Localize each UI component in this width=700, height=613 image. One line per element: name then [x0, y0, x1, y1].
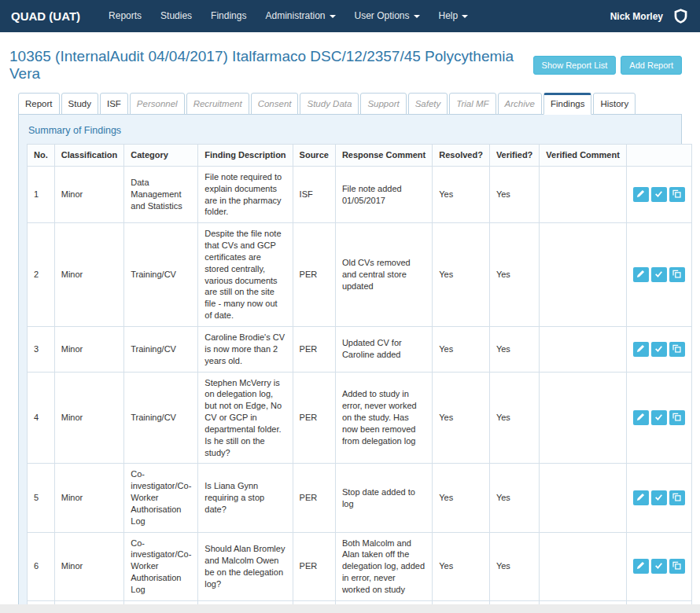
cell-category: Training/CV — [124, 223, 198, 327]
pencil-icon — [636, 560, 645, 572]
tab-safety: Safety — [408, 93, 448, 115]
cell-classification: Minor — [54, 326, 124, 372]
finding-row: 3 Minor Training/CV Caroline Brodie's CV… — [28, 326, 692, 372]
add-report-button[interactable]: Add Report — [621, 56, 682, 75]
cell-category: Data Management and Statistics — [124, 166, 198, 222]
cell-verified: Yes — [489, 532, 539, 600]
nav-studies[interactable]: Studies — [151, 0, 201, 32]
verify-button[interactable] — [651, 559, 667, 574]
cell-resolved: Yes — [433, 464, 490, 532]
verify-button[interactable] — [651, 490, 667, 505]
cell-classification: Minor — [54, 464, 124, 532]
col-classification: Classification — [54, 145, 124, 167]
tab-recruitment: Recruitment — [186, 93, 249, 115]
copy-button[interactable] — [669, 342, 685, 357]
cell-no: 1 — [28, 166, 55, 222]
top-navbar: QUAD (UAT) Reports Studies Findings Admi… — [0, 0, 700, 32]
tab-trial-mf: Trial MF — [449, 93, 496, 115]
tab-history[interactable]: History — [593, 93, 636, 115]
nav-administration[interactable]: Administration — [256, 0, 344, 32]
cell-classification: Minor — [54, 223, 124, 327]
check-icon — [654, 560, 663, 572]
cell-response: File note added 01/05/2017 — [335, 166, 432, 222]
edit-button[interactable] — [633, 490, 649, 505]
cell-actions — [626, 532, 691, 600]
edit-button[interactable] — [633, 187, 649, 202]
tab-findings[interactable]: Findings — [543, 93, 591, 115]
table-header-row: No. Classification Category Finding Desc… — [28, 145, 692, 167]
cell-actions — [626, 223, 691, 327]
verify-button[interactable] — [651, 342, 667, 357]
col-source: Source — [293, 145, 335, 167]
copy-button[interactable] — [669, 187, 685, 202]
cell-response: Both Malcolm and Alan taken off the dele… — [335, 532, 432, 600]
check-icon — [654, 189, 663, 200]
user-menu[interactable]: Nick Morley — [610, 11, 663, 22]
cell-category: Training/CV — [124, 326, 198, 372]
cell-verified-comment — [540, 326, 627, 372]
cell-description: Stephen McVerry is on delegation log, bu… — [198, 372, 293, 464]
findings-panel: Summary of Findings No. Classification C… — [18, 114, 682, 613]
nav-menu: Reports Studies Findings Administration … — [99, 0, 477, 32]
tab-archive: Archive — [498, 93, 542, 115]
pencil-icon — [636, 343, 645, 355]
check-icon — [654, 412, 663, 424]
col-response-comment: Response Comment — [335, 145, 432, 167]
finding-row: 4 Minor Training/CV Stephen McVerry is o… — [28, 372, 692, 464]
nav-findings[interactable]: Findings — [201, 0, 256, 32]
nav-reports[interactable]: Reports — [99, 0, 151, 32]
copy-button[interactable] — [669, 410, 685, 425]
copy-button[interactable] — [669, 559, 685, 574]
cell-description: Caroline Brodie's CV is now more than 2 … — [198, 326, 293, 372]
tab-isf[interactable]: ISF — [100, 93, 128, 115]
col-verified: Verified? — [489, 145, 539, 167]
edit-button[interactable] — [633, 267, 649, 282]
caret-down-icon — [414, 15, 420, 18]
findings-table: No. Classification Category Finding Desc… — [27, 144, 692, 613]
cell-verified-comment — [540, 166, 627, 222]
cell-resolved: Yes — [433, 223, 490, 327]
edit-button[interactable] — [633, 410, 649, 425]
cell-actions — [626, 326, 691, 372]
verify-button[interactable] — [651, 410, 667, 425]
app-brand[interactable]: QUAD (UAT) — [11, 9, 80, 23]
col-actions — [626, 145, 691, 167]
cell-classification: Minor — [54, 532, 124, 600]
cell-source: PER — [293, 464, 335, 532]
cell-actions — [626, 464, 691, 532]
show-report-list-button[interactable]: Show Report List — [533, 56, 617, 75]
copy-icon — [672, 492, 681, 504]
tab-report[interactable]: Report — [18, 93, 60, 115]
copy-button[interactable] — [669, 267, 685, 282]
check-icon — [654, 492, 663, 504]
cell-no: 4 — [28, 372, 55, 464]
pencil-icon — [636, 269, 645, 281]
cell-verified-comment — [540, 464, 627, 532]
cell-response: Updated CV for Caroline added — [335, 326, 432, 372]
copy-button[interactable] — [669, 490, 685, 505]
tab-bar: Report Study ISF Personnel Recruitment C… — [18, 93, 682, 114]
page-title: 10365 (InternalAudit 04/04/2017) Italfar… — [8, 48, 533, 83]
cell-actions — [626, 166, 691, 222]
finding-row: 2 Minor Training/CV Despite the file not… — [28, 223, 692, 327]
cell-no: 6 — [28, 532, 55, 600]
copy-icon — [672, 560, 681, 572]
verify-button[interactable] — [651, 267, 667, 282]
cell-resolved: Yes — [433, 532, 490, 600]
tab-study[interactable]: Study — [61, 93, 98, 115]
tab-consent: Consent — [251, 93, 299, 115]
cell-actions — [626, 372, 691, 464]
check-icon — [654, 343, 663, 355]
edit-button[interactable] — [633, 342, 649, 357]
cell-resolved: Yes — [433, 372, 490, 464]
cell-classification: Minor — [54, 166, 124, 222]
cell-description: Is Liana Gynn requiring a stop date? — [198, 464, 293, 532]
copy-icon — [672, 412, 681, 424]
nav-user-options[interactable]: User Options — [345, 0, 429, 32]
col-category: Category — [124, 145, 198, 167]
edit-button[interactable] — [633, 559, 649, 574]
verify-button[interactable] — [651, 187, 667, 202]
cell-response: Old CVs removed and central store update… — [335, 223, 432, 327]
nav-help[interactable]: Help — [429, 0, 478, 32]
col-no: No. — [28, 145, 55, 167]
